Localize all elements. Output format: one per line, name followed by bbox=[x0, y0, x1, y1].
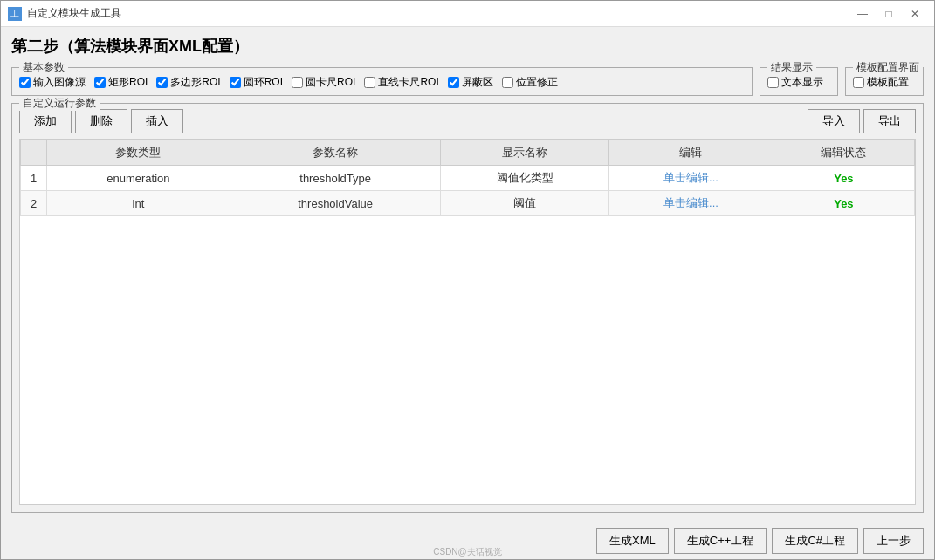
template-config-group: 模板配置界面 模板配置 bbox=[845, 67, 924, 96]
result-display-group: 结果显示 文本显示 bbox=[760, 67, 838, 96]
generate-xml-button[interactable]: 生成XML bbox=[596, 528, 669, 554]
export-button[interactable]: 导出 bbox=[863, 109, 916, 133]
cb-circle-caliper-roi[interactable] bbox=[292, 77, 303, 88]
main-content: 第二步（算法模块界面XML配置） 基本参数 输入图像源 矩形ROI bbox=[1, 27, 934, 522]
add-button[interactable]: 添加 bbox=[19, 109, 72, 133]
cb-input-source[interactable] bbox=[19, 77, 31, 88]
title-controls: — □ ✕ bbox=[850, 5, 927, 23]
cell-index: 1 bbox=[21, 166, 47, 191]
cb-line-caliper-roi[interactable] bbox=[364, 77, 375, 88]
cell-edit[interactable]: 单击编辑... bbox=[609, 166, 773, 191]
checkbox-line-caliper-roi[interactable]: 直线卡尺ROI bbox=[364, 75, 438, 90]
cb-template-config[interactable] bbox=[853, 77, 864, 88]
basic-params-checkboxes: 输入图像源 矩形ROI 多边形ROI 圆环ROI bbox=[19, 72, 745, 90]
col-edit: 编辑 bbox=[609, 140, 773, 166]
col-param-name: 参数名称 bbox=[230, 140, 441, 166]
cell-edit-status: Yes bbox=[773, 191, 914, 216]
col-display-name: 显示名称 bbox=[441, 140, 609, 166]
cb-polygon-roi[interactable] bbox=[156, 77, 168, 88]
cell-index: 2 bbox=[21, 191, 47, 216]
bottom-bar: 生成XML 生成C++工程 生成C#工程 上一步 bbox=[1, 522, 934, 559]
title-bar-left: 工 自定义模块生成工具 bbox=[8, 6, 121, 21]
checkbox-mask-area[interactable]: 屏蔽区 bbox=[448, 75, 493, 90]
import-button[interactable]: 导入 bbox=[808, 109, 860, 133]
maximize-button[interactable]: □ bbox=[877, 5, 901, 23]
params-table-container: 参数类型 参数名称 显示名称 编辑 编辑状态 1 enumeration thr… bbox=[19, 139, 916, 505]
table-row[interactable]: 2 int thresholdValue 阈值 单击编辑... Yes bbox=[21, 191, 915, 216]
params-toolbar: 添加 删除 插入 导入 导出 bbox=[19, 109, 916, 133]
params-table: 参数类型 参数名称 显示名称 编辑 编辑状态 1 enumeration thr… bbox=[20, 140, 915, 216]
cell-param-type: int bbox=[47, 191, 230, 216]
checkbox-annular-roi[interactable]: 圆环ROI bbox=[230, 75, 283, 90]
cell-param-name: thresholdType bbox=[230, 166, 441, 191]
checkbox-text-display[interactable]: 文本显示 bbox=[767, 75, 823, 90]
table-row[interactable]: 1 enumeration thresholdType 阈值化类型 单击编辑..… bbox=[21, 166, 915, 191]
close-button[interactable]: ✕ bbox=[903, 5, 927, 23]
cb-annular-roi[interactable] bbox=[230, 77, 241, 88]
main-window: 工 自定义模块生成工具 — □ ✕ 第二步（算法模块界面XML配置） 基本参数 … bbox=[0, 0, 935, 560]
insert-button[interactable]: 插入 bbox=[131, 109, 183, 133]
template-config-label: 模板配置界面 bbox=[853, 60, 923, 75]
app-icon: 工 bbox=[8, 7, 22, 21]
table-header-row: 参数类型 参数名称 显示名称 编辑 编辑状态 bbox=[21, 140, 915, 166]
checkbox-input-source[interactable]: 输入图像源 bbox=[19, 75, 86, 90]
cell-edit[interactable]: 单击编辑... bbox=[609, 191, 773, 216]
cell-display-name: 阈值化类型 bbox=[441, 166, 609, 191]
basic-params-group: 基本参数 输入图像源 矩形ROI 多边形ROI bbox=[11, 67, 753, 96]
cb-text-display[interactable] bbox=[767, 77, 779, 88]
prev-step-button[interactable]: 上一步 bbox=[863, 528, 924, 554]
cell-param-name: thresholdValue bbox=[230, 191, 441, 216]
cb-mask-area[interactable] bbox=[448, 77, 459, 88]
cb-position-correction[interactable] bbox=[502, 77, 513, 88]
col-edit-status: 编辑状态 bbox=[773, 140, 914, 166]
custom-params-group: 自定义运行参数 添加 删除 插入 导入 导出 bbox=[11, 103, 924, 513]
col-index bbox=[21, 140, 47, 166]
cell-display-name: 阈值 bbox=[441, 191, 609, 216]
cell-edit-status: Yes bbox=[773, 166, 914, 191]
page-title: 第二步（算法模块界面XML配置） bbox=[11, 36, 924, 57]
minimize-button[interactable]: — bbox=[850, 5, 875, 23]
checkbox-rect-roi[interactable]: 矩形ROI bbox=[94, 75, 148, 90]
custom-params-section: 自定义运行参数 添加 删除 插入 导入 导出 bbox=[11, 103, 924, 513]
checkbox-position-correction[interactable]: 位置修正 bbox=[502, 75, 558, 90]
checkbox-polygon-roi[interactable]: 多边形ROI bbox=[156, 75, 220, 90]
cb-rect-roi[interactable] bbox=[94, 77, 106, 88]
result-display-label: 结果显示 bbox=[767, 60, 816, 75]
title-bar: 工 自定义模块生成工具 — □ ✕ bbox=[1, 1, 934, 27]
generate-cpp-button[interactable]: 生成C++工程 bbox=[674, 528, 767, 554]
cell-param-type: enumeration bbox=[47, 166, 230, 191]
col-param-type: 参数类型 bbox=[47, 140, 230, 166]
basic-params-label: 基本参数 bbox=[19, 60, 68, 75]
delete-button[interactable]: 删除 bbox=[75, 109, 127, 133]
checkbox-template-config[interactable]: 模板配置 bbox=[853, 75, 909, 90]
window-title: 自定义模块生成工具 bbox=[27, 6, 121, 21]
custom-params-label: 自定义运行参数 bbox=[19, 96, 100, 111]
top-section: 基本参数 输入图像源 矩形ROI 多边形ROI bbox=[11, 67, 924, 96]
checkbox-circle-caliper-roi[interactable]: 圆卡尺ROI bbox=[292, 75, 355, 90]
generate-csharp-button[interactable]: 生成C#工程 bbox=[772, 528, 858, 554]
